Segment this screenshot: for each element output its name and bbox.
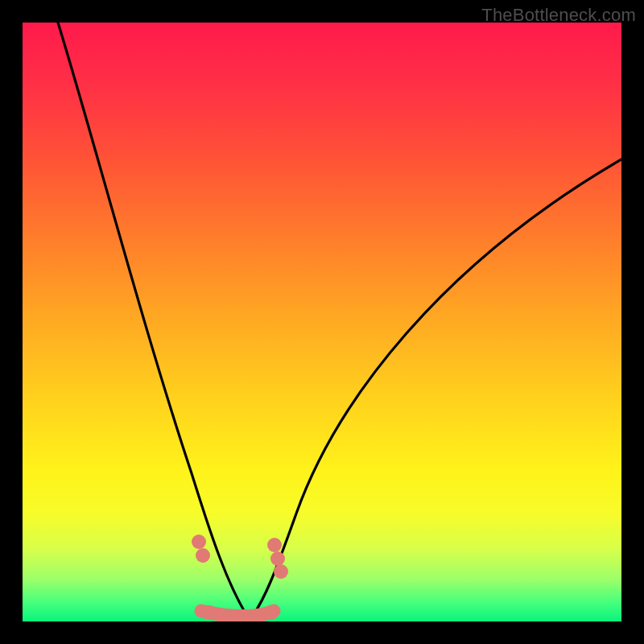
marker-group xyxy=(192,535,288,621)
plot-area xyxy=(23,23,621,621)
marker-right-2 xyxy=(270,551,285,566)
attribution-text: TheBottleneck.com xyxy=(481,5,636,26)
marker-left-2 xyxy=(196,548,210,563)
marker-right-3 xyxy=(274,564,288,579)
chart-frame: TheBottleneck.com xyxy=(0,0,644,644)
marker-floor-6 xyxy=(264,605,279,620)
marker-left-1 xyxy=(192,535,206,549)
marker-floor-1 xyxy=(203,605,217,620)
chart-svg xyxy=(23,23,621,621)
right-curve xyxy=(250,159,621,620)
marker-right-1 xyxy=(267,538,282,552)
curve-group xyxy=(58,23,621,620)
left-curve xyxy=(58,23,250,620)
